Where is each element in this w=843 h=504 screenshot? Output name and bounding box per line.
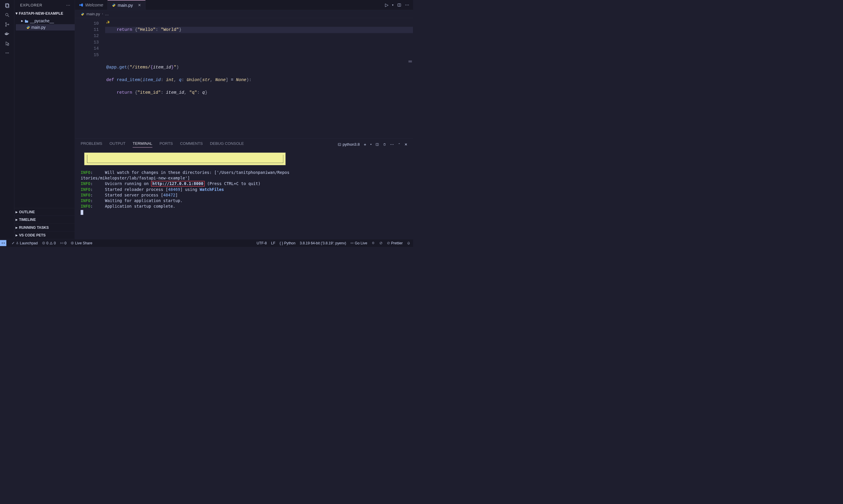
warning-count: 0 xyxy=(54,241,56,245)
chevron-right-icon: ▶ xyxy=(21,19,23,23)
tab-main-py[interactable]: main.py ✕ xyxy=(108,0,145,10)
panel-more-icon[interactable]: ⋯ xyxy=(390,142,394,147)
panel-close-icon[interactable]: ✕ xyxy=(404,142,407,147)
project-name: FASTAPI-NEW-EXAMPLE xyxy=(19,12,63,16)
liveshare-icon xyxy=(71,241,74,245)
status-eslint[interactable] xyxy=(379,241,383,245)
terminal-profile-label: python3.8 xyxy=(343,142,360,147)
status-problems[interactable]: 0 0 xyxy=(42,241,56,245)
editor-more-icon[interactable]: ⋯ xyxy=(405,3,409,7)
explorer-icon[interactable] xyxy=(4,3,10,8)
breadcrumb-file: main.py xyxy=(86,12,100,16)
panel-tab-ports[interactable]: PORTS xyxy=(160,142,173,147)
more-icon[interactable] xyxy=(4,50,10,56)
panel-tab-problems[interactable]: PROBLEMS xyxy=(81,142,102,147)
python-file-icon xyxy=(26,25,30,29)
breadcrumb-bar[interactable]: main.py › … xyxy=(75,10,413,18)
tab-label: Welcome xyxy=(85,3,103,7)
svg-point-26 xyxy=(373,243,373,243)
run-dropdown-icon[interactable]: ▾ xyxy=(392,3,393,7)
python-file-icon xyxy=(81,12,84,16)
status-label: Go Live xyxy=(355,241,367,245)
chevron-down-icon: ▶ xyxy=(15,12,18,14)
status-copilot[interactable] xyxy=(371,241,375,245)
svg-rect-10 xyxy=(6,32,6,33)
run-file-button[interactable]: ▷ xyxy=(385,2,388,7)
section-label: OUTLINE xyxy=(19,210,35,214)
line-number-gutter: 10 11 12 13 14 15 xyxy=(75,18,105,138)
status-golive[interactable]: Go Live xyxy=(350,241,367,245)
ports-count: 0 xyxy=(64,241,67,245)
folder-icon xyxy=(24,19,29,23)
status-label: LF xyxy=(271,241,275,245)
ai-suggestion-icon[interactable]: ✨ xyxy=(106,20,110,25)
terminal-cursor xyxy=(81,210,83,215)
status-interpreter[interactable]: 3.8.19 64-bit ('3.8.19': pyenv) xyxy=(300,241,346,245)
section-label: VS CODE PETS xyxy=(19,233,46,237)
sidebar-section-timeline[interactable]: ▶TIMELINE xyxy=(14,216,75,223)
status-bar: Launchpad 0 0 0 Live Share UTF-8 LF { } … xyxy=(0,239,413,247)
sidebar-title: EXPLORER xyxy=(20,3,42,7)
antenna-icon xyxy=(60,241,64,245)
section-label: TIMELINE xyxy=(19,218,36,222)
split-terminal-icon[interactable] xyxy=(375,143,379,146)
panel-tab-bar: PROBLEMS OUTPUT TERMINAL PORTS COMMENTS … xyxy=(75,138,413,150)
sidebar-section-running-tasks[interactable]: ▶RUNNING TASKS xyxy=(14,223,75,231)
editor-tab-bar: Welcome main.py ✕ ▷ ▾ ⋯ xyxy=(75,0,413,10)
svg-point-2 xyxy=(5,13,8,16)
error-count: 0 xyxy=(47,241,49,245)
vscode-icon xyxy=(80,3,84,7)
terminal-output[interactable]: INFO: Will watch for changes in these di… xyxy=(75,150,413,239)
status-language[interactable]: { } Python xyxy=(280,241,295,245)
chevron-right-icon: ▶ xyxy=(16,226,18,229)
panel-tab-output[interactable]: OUTPUT xyxy=(109,142,125,147)
run-debug-icon[interactable] xyxy=(4,40,10,47)
terminal-profile-indicator[interactable]: python3.8 xyxy=(338,142,360,147)
rocket-icon xyxy=(12,241,15,245)
status-launchpad[interactable]: Launchpad xyxy=(12,241,38,245)
panel-maximize-icon[interactable]: ⌃ xyxy=(398,143,400,146)
panel-tab-terminal[interactable]: TERMINAL xyxy=(133,141,152,147)
new-terminal-icon[interactable]: + xyxy=(364,142,366,147)
broadcast-icon xyxy=(350,241,354,245)
code-editor[interactable]: ✨ 10 11 12 13 14 15 return {"Hello": "Wo… xyxy=(75,18,413,138)
project-section-header[interactable]: ▶ FASTAPI-NEW-EXAMPLE xyxy=(14,9,75,18)
status-ports[interactable]: 0 xyxy=(60,241,67,245)
sidebar-section-outline[interactable]: ▶OUTLINE xyxy=(14,208,75,216)
warning-icon xyxy=(49,241,53,245)
kill-terminal-icon[interactable] xyxy=(383,143,386,146)
chevron-right-icon: ▶ xyxy=(16,234,18,237)
tab-label: main.py xyxy=(118,3,133,7)
status-prettier[interactable]: Prettier xyxy=(387,241,403,245)
svg-line-30 xyxy=(388,242,389,244)
new-terminal-dropdown-icon[interactable]: ▾ xyxy=(370,143,371,146)
remote-indicator[interactable] xyxy=(0,240,6,246)
svg-point-16 xyxy=(8,53,8,53)
explorer-sidebar: EXPLORER ⋯ ▶ FASTAPI-NEW-EXAMPLE ▶ __pyc… xyxy=(14,0,75,239)
tab-welcome[interactable]: Welcome xyxy=(75,0,108,10)
sidebar-section-vscode-pets[interactable]: ▶VS CODE PETS xyxy=(14,231,75,239)
docker-icon[interactable] xyxy=(4,31,10,37)
status-encoding[interactable]: UTF-8 xyxy=(257,241,267,245)
search-icon[interactable] xyxy=(4,12,10,18)
status-eol[interactable]: LF xyxy=(271,241,275,245)
split-editor-icon[interactable] xyxy=(397,3,401,7)
tree-folder-pycache[interactable]: ▶ __pycache__ xyxy=(16,18,75,24)
svg-point-25 xyxy=(352,243,352,244)
svg-marker-12 xyxy=(6,42,9,45)
code-body[interactable]: return {"Hello": "World"} @app.get("/ite… xyxy=(105,18,413,138)
panel-tab-debug-console[interactable]: DEBUG CONSOLE xyxy=(210,142,244,147)
bell-icon xyxy=(407,241,410,245)
panel-tab-comments[interactable]: COMMENTS xyxy=(180,142,203,147)
status-liveshare[interactable]: Live Share xyxy=(71,241,92,245)
status-notifications[interactable] xyxy=(407,241,410,245)
svg-rect-11 xyxy=(7,32,7,33)
source-control-icon[interactable] xyxy=(4,22,10,28)
sidebar-more-icon[interactable]: ⋯ xyxy=(66,3,70,7)
block-icon xyxy=(387,242,390,245)
breadcrumb-tail: … xyxy=(105,12,109,16)
close-tab-icon[interactable]: ✕ xyxy=(138,3,141,7)
server-url-highlight[interactable]: http://127.0.0.1:8000 xyxy=(151,181,205,186)
copilot-icon xyxy=(371,241,375,245)
tree-file-main[interactable]: main.py xyxy=(16,24,75,31)
